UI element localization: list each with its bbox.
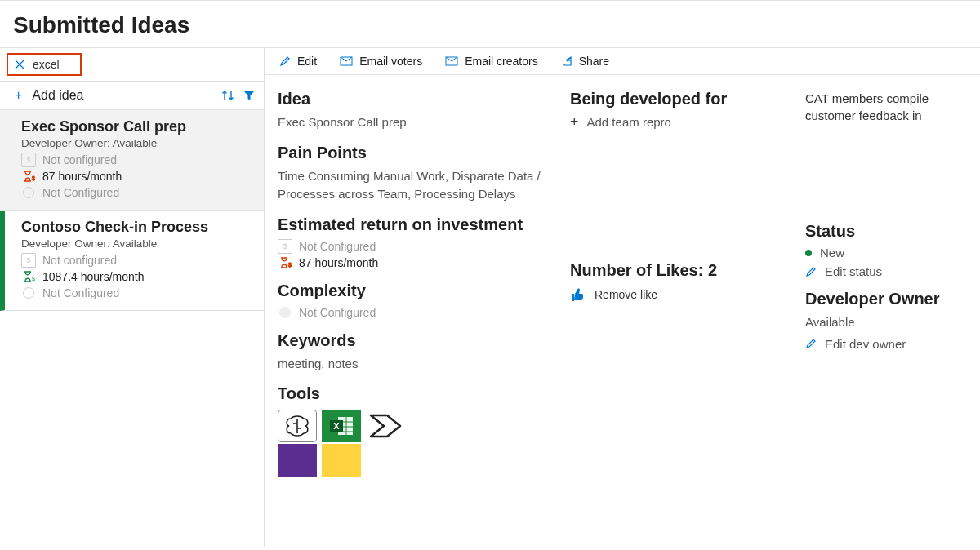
hourglass-icon: $ [21,169,36,184]
status-value-row: New [805,246,960,259]
content: + Add idea Exec Sponsor Call prep Develo… [0,47,980,547]
hourglass-icon: $ [21,269,36,284]
idea-item-title: Contoso Check-in Process [21,219,256,236]
edit-label: Edit [297,55,317,68]
money-icon: $ [21,153,36,167]
roi-cost: $ Not Configured [278,239,564,254]
add-idea-label: Add idea [32,88,83,103]
idea-cost-text: Not configured [42,254,117,267]
detail-col-mid: Being developed for + Add team repro Num… [570,90,799,477]
add-idea-row: + Add idea [0,82,264,110]
money-icon: $ [278,239,292,254]
idea-item[interactable]: Contoso Check-in Process Developer Owner… [0,211,264,311]
svg-text:X: X [333,421,340,431]
filter-icon[interactable] [243,89,256,102]
edit-status-button[interactable]: Edit status [805,264,960,278]
toolbar: Edit Email voters Email creators Share [265,48,980,75]
complexity-icon [21,185,36,200]
tools-row: X [278,410,564,442]
details: Idea Exec Sponsor Call prep Pain Points … [265,75,980,547]
tools-heading: Tools [278,384,564,403]
status-value: New [820,246,844,259]
edit-dev-owner-button[interactable]: Edit dev owner [805,337,960,351]
detail-col-left: Idea Exec Sponsor Call prep Pain Points … [278,90,564,477]
complexity-icon [21,286,36,300]
idea-value: Exec Sponsor Call prep [278,113,564,132]
idea-item-owner: Developer Owner: Available [21,137,256,149]
remove-like-button[interactable]: Remove like [570,286,799,303]
idea-complexity-text: Not Configured [42,186,119,199]
idea-item-cost: $ Not configured [21,153,256,167]
pencil-icon [279,55,291,67]
excel-tile[interactable]: X [322,410,361,442]
idea-heading: Idea [278,90,564,109]
thumbs-up-icon [570,286,586,303]
money-icon: $ [21,253,36,268]
pain-points-heading: Pain Points [278,144,564,162]
roi-heading: Estimated return on investment [278,215,564,234]
clear-search-icon[interactable] [15,60,24,69]
pain-points-value: Time Consuming Manual Work, Disparate Da… [278,167,564,204]
mail-icon [445,56,458,66]
tools-row-2 [278,444,564,477]
keywords-heading: Keywords [278,331,564,350]
svg-text:$: $ [32,276,35,282]
complexity-icon [278,305,292,320]
svg-text:$: $ [32,175,35,181]
edit-button[interactable]: Edit [279,55,317,68]
idea-item-complexity: Not Configured [21,185,256,200]
search-row [0,48,264,82]
page-title: Submitted Ideas [0,1,980,47]
idea-complexity-text: Not Configured [42,286,119,299]
email-voters-button[interactable]: Email voters [340,55,422,68]
idea-hours-text: 1087.4 hours/month [42,270,145,283]
status-dot-icon [805,250,812,256]
being-developed-heading: Being developed for [570,90,799,109]
roi-hours-text: 87 hours/month [299,256,378,269]
plus-icon: + [570,113,579,131]
edit-status-label: Edit status [825,264,882,278]
roi-hours: $ 87 hours/month [278,255,564,270]
add-team-button[interactable]: + Add team repro [570,113,799,131]
pencil-icon [805,266,817,277]
complexity-text: Not Configured [299,306,376,319]
pencil-icon [805,338,817,349]
idea-item-title: Exec Sponsor Call prep [21,118,256,135]
idea-item-complexity: Not Configured [21,286,256,300]
power-bi-tile[interactable] [322,444,361,477]
edit-dev-owner-label: Edit dev owner [825,337,906,351]
sort-icon[interactable] [221,89,234,102]
roi-cost-text: Not Configured [299,240,376,253]
share-label: Share [579,55,609,68]
share-button[interactable]: Share [561,55,609,68]
idea-list: Exec Sponsor Call prep Developer Owner: … [0,110,264,547]
idea-item[interactable]: Exec Sponsor Call prep Developer Owner: … [0,110,264,211]
email-creators-label: Email creators [465,55,537,68]
ai-builder-tile[interactable] [278,410,317,442]
complexity-value: Not Configured [278,305,564,320]
add-idea-button[interactable]: + Add idea [15,88,84,103]
likes-heading: Number of Likes: 2 [570,261,799,280]
complexity-heading: Complexity [278,282,564,300]
idea-item-hours: $ 87 hours/month [21,169,256,184]
idea-item-hours: $ 1087.4 hours/month [21,269,256,284]
mail-icon [340,56,353,66]
sidebar: + Add idea Exec Sponsor Call prep Develo… [0,48,265,547]
email-voters-label: Email voters [359,55,422,68]
keywords-value: meeting, notes [278,355,564,374]
dev-owner-heading: Developer Owner [805,290,960,308]
email-creators-button[interactable]: Email creators [445,55,537,68]
hourglass-icon: $ [278,255,292,270]
idea-item-cost: $ Not configured [21,253,256,268]
svg-text:$: $ [288,262,292,268]
onenote-tile[interactable] [278,444,317,477]
add-team-label: Add team repro [587,115,671,129]
search-input[interactable] [33,58,74,71]
main: Edit Email voters Email creators Share [265,48,980,547]
power-automate-tile[interactable] [366,410,405,442]
detail-col-right: CAT members compile customer feedback in… [805,90,960,477]
idea-hours-text: 87 hours/month [42,170,122,183]
search-box-highlight [7,53,82,76]
aside-text: CAT members compile customer feedback in [805,90,960,124]
list-controls [221,89,256,102]
